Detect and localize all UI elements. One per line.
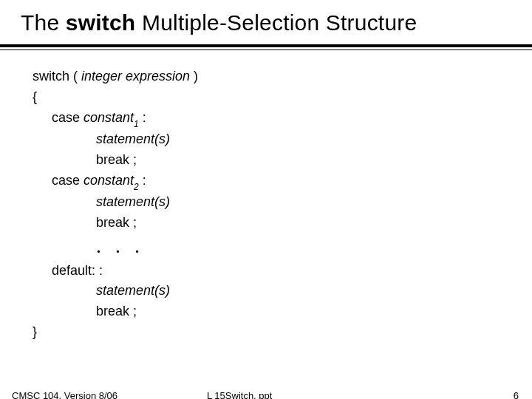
title-pre: The [21,10,66,35]
switch-close: ) [190,69,198,83]
case2-const: constant [83,173,134,188]
title-bold: switch [66,10,136,35]
slide-body: switch ( integer expression ) { case con… [0,50,532,343]
footer-page-number: 6 [514,390,519,399]
case1-line: case constant1 : [33,108,532,129]
divider-thick [0,44,532,47]
slide-title: The switch Multiple-Selection Structure [0,0,532,40]
case2-colon: : [139,173,146,188]
close-brace: } [33,322,532,343]
open-brace: { [33,87,532,108]
ellipsis: . . . [33,235,532,258]
switch-kw: switch ( [33,69,81,83]
case1-colon: : [139,110,146,125]
footer-left: CMSC 104, Version 8/06 [12,390,117,399]
case1-kw: case [52,110,83,125]
slide: The switch Multiple-Selection Structure … [0,0,532,399]
case2-line: case constant2 : [33,171,532,192]
default-stmt: statement(s) [33,281,532,301]
case1-const: constant [83,110,134,125]
default-break: break ; [33,301,532,322]
default-line: default: : [33,261,532,282]
code-switch-line: switch ( integer expression ) [33,66,532,87]
case1-stmt: statement(s) [33,129,532,150]
case2-stmt: statement(s) [33,192,532,213]
switch-expr: integer expression [81,69,190,83]
footer-center: L 15Switch. ppt [207,390,272,399]
case1-break: break ; [33,150,532,171]
case2-sub: 2 [134,182,139,192]
title-post: Multiple-Selection Structure [135,10,417,35]
case2-kw: case [52,173,83,188]
case2-break: break ; [33,213,532,233]
case1-sub: 1 [134,119,139,129]
